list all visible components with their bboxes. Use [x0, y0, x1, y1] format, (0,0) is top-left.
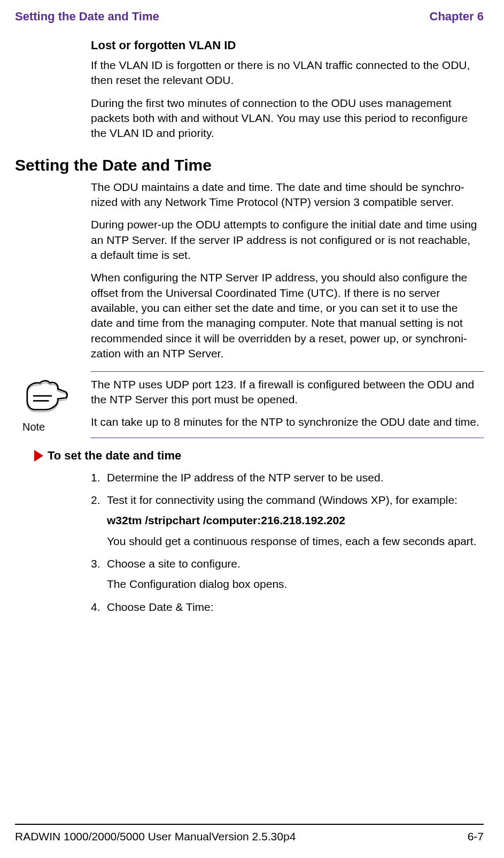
step-body: Choose a site to configure.	[107, 556, 484, 571]
step-num: 3.	[91, 556, 107, 571]
chevron-right-icon	[34, 450, 43, 462]
note-para-1: The NTP uses UDP port 123. If a firewall…	[91, 377, 479, 408]
runhead-section-title: Setting the Date and Time	[15, 10, 159, 24]
step-1: 1. Determine the IP address of the NTP s…	[91, 470, 484, 485]
procedure-heading: To set the date and time	[34, 449, 484, 463]
para-lost-vlan-1: If the VLAN ID is forgotten or there is …	[91, 58, 478, 88]
note-block-ntp: Note The NTP uses UDP port 123. If a fir…	[91, 371, 484, 438]
step-body: Choose Date & Time:	[107, 600, 484, 615]
step-2-result: You should get a continuous response of …	[107, 534, 484, 549]
step-num: 2.	[91, 493, 107, 508]
pointing-hand-icon	[22, 377, 68, 416]
footer-right: 6-7	[468, 830, 484, 843]
step-2-command: w32tm /stripchart /computer:216.218.192.…	[107, 513, 484, 528]
footer-left: RADWIN 1000/2000/5000 User ManualVersion…	[15, 830, 296, 843]
step-body: Determine the IP address of the NTP serv…	[107, 470, 484, 485]
step-3: 3. Choose a site to configure.	[91, 556, 484, 571]
note-icon-cell: Note	[22, 377, 81, 433]
heading-lost-vlan-id: Lost or forgotten VLAN ID	[91, 39, 478, 52]
step-2: 2. Test it for connectivity using the co…	[91, 493, 484, 508]
note-label: Note	[22, 421, 81, 433]
step-body: Test it for connectivity using the comma…	[107, 493, 484, 508]
heading-setting-date-time: Setting the Date and Time	[15, 156, 484, 174]
para-date-3: When configuring the NTP Server IP addre…	[91, 270, 478, 361]
para-date-1: The ODU maintains a date and time. The d…	[91, 180, 478, 210]
step-4: 4. Choose Date & Time:	[91, 600, 484, 615]
footer-rule	[15, 824, 484, 825]
step-num: 4.	[91, 600, 107, 615]
procedure-title: To set the date and time	[48, 449, 181, 463]
para-lost-vlan-2: During the first two minutes of connecti…	[91, 96, 478, 141]
step-3-result: The Configuration dialog box opens.	[107, 577, 484, 592]
running-header: Setting the Date and Time Chapter 6	[15, 10, 484, 24]
steps-list: 1. Determine the IP address of the NTP s…	[91, 470, 484, 615]
step-num: 1.	[91, 470, 107, 485]
para-date-2: During power-up the ODU attempts to conf…	[91, 217, 478, 263]
runhead-chapter: Chapter 6	[430, 10, 484, 24]
page-footer: RADWIN 1000/2000/5000 User ManualVersion…	[15, 830, 484, 843]
note-para-2: It can take up to 8 minutes for the NTP …	[91, 415, 479, 430]
